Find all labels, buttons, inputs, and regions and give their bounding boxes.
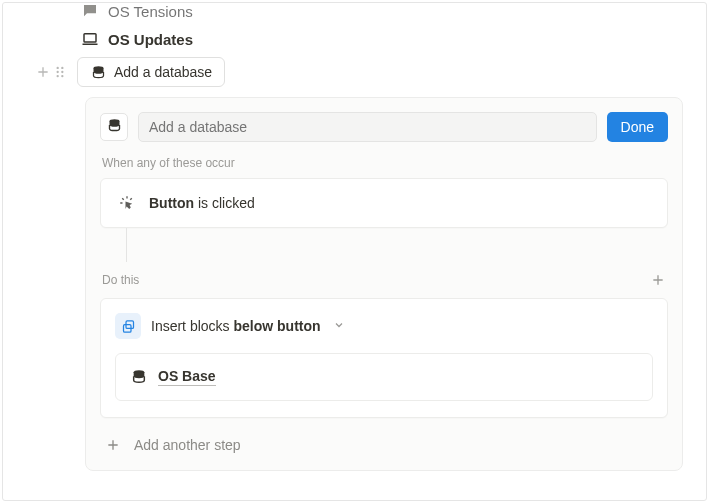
svg-point-4 <box>61 71 63 73</box>
action-header[interactable]: Insert blocks below button <box>115 313 653 339</box>
block-row: Add a database <box>35 57 225 87</box>
automation-card: Done When any of these occur Button is c… <box>85 97 683 471</box>
laptop-icon <box>80 29 100 49</box>
svg-point-3 <box>57 71 59 73</box>
trigger-card[interactable]: Button is clicked <box>100 178 668 228</box>
database-icon <box>107 118 122 136</box>
speech-bubble-icon <box>80 2 100 21</box>
trigger-section-label: When any of these occur <box>102 156 668 170</box>
automation-header-icon-box[interactable] <box>100 113 128 141</box>
action-text: Insert blocks below button <box>151 318 321 334</box>
automation-title-input[interactable] <box>138 112 597 142</box>
drag-handle-icon[interactable] <box>53 64 67 80</box>
automation-header: Done <box>100 112 668 142</box>
add-database-button-label: Add a database <box>114 64 212 80</box>
svg-rect-0 <box>84 34 96 42</box>
connector-line <box>126 228 127 262</box>
trigger-text: Button is clicked <box>149 195 255 211</box>
block-ghost-controls <box>35 64 67 80</box>
plus-icon <box>104 436 122 454</box>
database-icon <box>130 368 148 386</box>
action-text-bold: below button <box>233 318 320 334</box>
svg-point-5 <box>57 75 59 77</box>
nav-item-os-tensions[interactable]: OS Tensions <box>80 2 193 25</box>
add-block-icon[interactable] <box>35 64 51 80</box>
svg-point-2 <box>61 67 63 69</box>
add-another-step-label: Add another step <box>134 437 241 453</box>
trigger-text-bold: Button <box>149 195 194 211</box>
add-another-step-button[interactable]: Add another step <box>104 436 668 454</box>
database-icon <box>90 64 106 80</box>
nav-item-label: OS Updates <box>108 31 193 48</box>
add-action-icon[interactable] <box>648 270 668 290</box>
trigger-text-rest: is clicked <box>194 195 255 211</box>
action-text-prefix: Insert blocks <box>151 318 233 334</box>
click-icon <box>117 193 137 213</box>
nav-item-label: OS Tensions <box>108 3 193 20</box>
chevron-down-icon <box>333 318 345 334</box>
action-card: Insert blocks below button OS Base <box>100 298 668 418</box>
add-database-button[interactable]: Add a database <box>77 57 225 87</box>
insert-target-label: OS Base <box>158 368 216 386</box>
insert-blocks-icon <box>115 313 141 339</box>
svg-point-6 <box>61 75 63 77</box>
action-section-label: Do this <box>102 273 139 287</box>
nav-item-os-updates[interactable]: OS Updates <box>80 25 193 53</box>
page-nav-list: OS Tensions OS Updates <box>80 2 193 53</box>
svg-point-1 <box>57 67 59 69</box>
done-button[interactable]: Done <box>607 112 668 142</box>
insert-target-card[interactable]: OS Base <box>115 353 653 401</box>
